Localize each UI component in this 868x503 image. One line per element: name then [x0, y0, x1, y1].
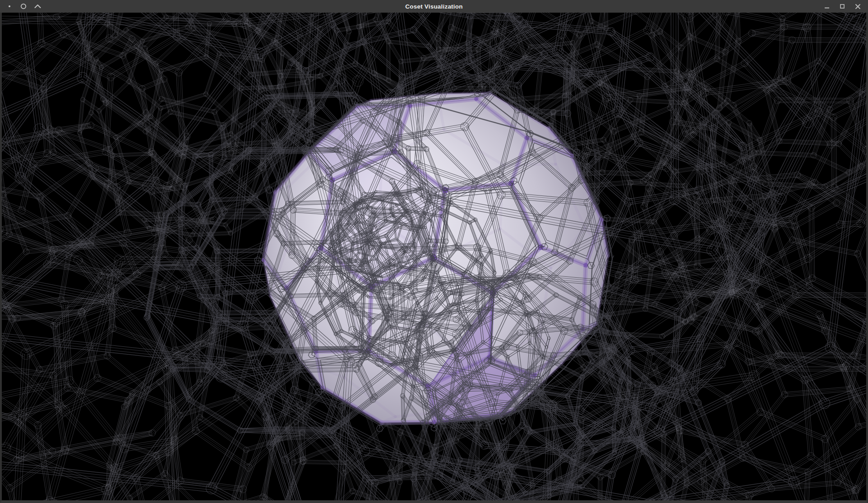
- close-button[interactable]: [854, 2, 862, 10]
- titlebar[interactable]: Coset Visualization: [0, 0, 868, 13]
- dot-icon[interactable]: [5, 2, 14, 10]
- viewport-canvas[interactable]: [2, 13, 866, 500]
- circle-icon[interactable]: [19, 2, 28, 10]
- window-title: Coset Visualization: [0, 3, 868, 10]
- minimize-button[interactable]: [823, 2, 831, 10]
- window-frame: [0, 13, 868, 503]
- titlebar-left-icons: [0, 2, 42, 10]
- app-window: Coset Visualization: [0, 0, 868, 503]
- chevron-up-icon[interactable]: [33, 2, 42, 10]
- maximize-button[interactable]: [838, 2, 846, 10]
- window-controls: [823, 2, 868, 10]
